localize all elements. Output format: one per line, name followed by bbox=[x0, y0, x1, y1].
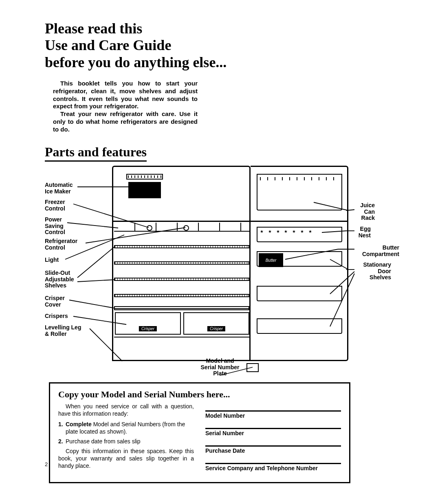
door-shelf-top-icon bbox=[257, 174, 342, 210]
field-model-number: Model Number bbox=[205, 410, 341, 419]
butter-tag: Butter bbox=[266, 258, 277, 263]
shelf-icon bbox=[114, 245, 249, 248]
door-shelf-icon bbox=[257, 286, 342, 301]
egg-nest-icon bbox=[257, 227, 342, 242]
label-serial-plate: Model andSerial NumberPlate bbox=[187, 358, 253, 377]
bottom-ledge-icon bbox=[114, 337, 249, 359]
svg-line-2 bbox=[67, 223, 118, 228]
title-line-2: Use and Care Guide bbox=[45, 37, 395, 54]
title-line-3: before you do anything else... bbox=[45, 54, 395, 71]
crisper-cover-icon bbox=[114, 306, 249, 310]
label-light: Light bbox=[45, 257, 59, 263]
field-purchase-date: Purchase Date bbox=[205, 445, 341, 454]
label-juice-rack: JuiceCanRack bbox=[354, 202, 375, 221]
intro-para-2: Treat your new refrigerator with care. U… bbox=[53, 110, 198, 133]
label-slideout-shelves: Slide-OutAdjustableShelves bbox=[45, 270, 77, 289]
ice-tray-icon bbox=[126, 174, 163, 180]
page-title: Please read this Use and Care Guide befo… bbox=[45, 20, 395, 71]
manual-page: Please read this Use and Care Guide befo… bbox=[0, 0, 440, 504]
shelf-icon bbox=[114, 278, 249, 281]
shelf-icon bbox=[114, 261, 249, 265]
label-ice-maker: AutomaticIce Maker bbox=[45, 182, 77, 195]
intro-block: This booklet tells you how to start your… bbox=[53, 80, 198, 133]
label-power-saving: PowerSavingControl bbox=[45, 217, 67, 235]
info-heading: Copy your Model and Serial Numbers here.… bbox=[58, 389, 341, 400]
section-heading-parts: Parts and features bbox=[45, 145, 147, 162]
page-number: 2 bbox=[45, 461, 48, 467]
info-p1: When you need service or call with a que… bbox=[58, 403, 194, 418]
label-levelling-leg: Levelling Leg& Roller bbox=[45, 324, 90, 337]
label-egg-nest: EggNest bbox=[354, 226, 371, 239]
crisper-icon: Crisper bbox=[183, 312, 249, 335]
ice-maker-icon bbox=[128, 182, 161, 198]
label-crispers: Crispers bbox=[45, 313, 68, 319]
door-shelf-icon bbox=[257, 318, 342, 334]
serial-info-box: Copy your Model and Serial Numbers here.… bbox=[49, 382, 350, 483]
label-refrigerator-control: RefrigeratorControl bbox=[45, 238, 86, 251]
parts-diagram: Crisper Crisper Butter bbox=[45, 166, 399, 381]
field-serial-number: Serial Number bbox=[205, 428, 341, 436]
label-freezer-control: FreezerControl bbox=[45, 199, 73, 212]
info-left-column: When you need service or call with a que… bbox=[58, 403, 194, 473]
crisper-tag: Crisper bbox=[139, 326, 157, 331]
label-crisper-cover: CrisperCover bbox=[45, 295, 69, 308]
crisper-icon: Crisper bbox=[115, 312, 181, 335]
intro-para-1: This booklet tells you how to start your… bbox=[53, 80, 198, 110]
svg-line-7 bbox=[69, 300, 115, 308]
control-bar-icon bbox=[114, 223, 249, 232]
info-p2: Copy this information in these spaces. K… bbox=[58, 448, 194, 470]
svg-line-6 bbox=[77, 280, 115, 282]
crisper-tag: Crisper bbox=[207, 326, 225, 331]
info-step-2: 2.Purchase date from sales slip bbox=[58, 438, 194, 445]
freezer-divider-icon bbox=[113, 221, 347, 222]
svg-line-5 bbox=[77, 247, 114, 278]
title-line-1: Please read this bbox=[45, 20, 395, 37]
butter-box-icon: Butter bbox=[259, 253, 283, 267]
info-right-column: Model Number Serial Number Purchase Date… bbox=[205, 403, 341, 473]
field-service-company: Service Company and Telephone Number bbox=[205, 463, 341, 471]
label-butter-compartment: ButterCompartment bbox=[354, 245, 399, 257]
label-door-shelves: StationaryDoorShelves bbox=[354, 262, 391, 280]
shelf-icon bbox=[114, 294, 249, 297]
info-step-1: 1.Complete Model and Serial Numbers (fro… bbox=[58, 421, 194, 436]
